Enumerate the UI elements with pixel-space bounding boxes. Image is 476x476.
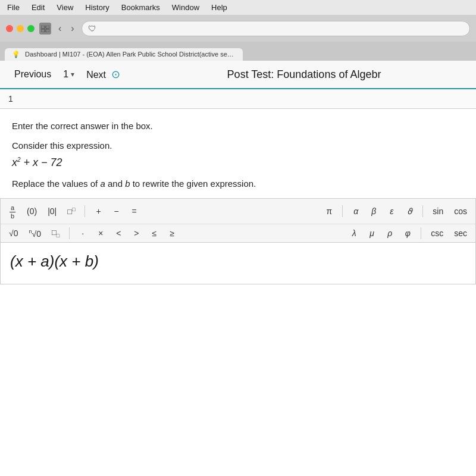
minimize-button[interactable] — [17, 25, 24, 32]
browser-chrome: ‹ › 🛡 — [0, 15, 476, 42]
menu-help[interactable]: Help — [211, 3, 227, 12]
question-number-selector[interactable]: 1 ▾ — [58, 67, 79, 82]
math-toolbar-row-2: √0 n√0 □□ · × < > ≤ ≥ λ μ ρ φ csc sec — [1, 224, 475, 242]
question-number-label: 1 — [8, 94, 13, 104]
address-bar[interactable]: 🛡 — [82, 21, 470, 36]
times-button[interactable]: × — [93, 227, 108, 239]
shield-icon: 🛡 — [88, 24, 96, 33]
absolute-value-button[interactable]: |0| — [44, 205, 60, 217]
toolbar-divider-2 — [342, 205, 343, 217]
menu-file[interactable]: File — [7, 3, 20, 12]
math-toolbar-row-1: a b (0) |0| □□ + − = π α β ε ϑ sin cos — [1, 199, 475, 224]
subscript-button[interactable]: □□ — [48, 227, 63, 240]
menu-edit[interactable]: Edit — [32, 3, 45, 12]
nth-root-button[interactable]: n√0 — [25, 227, 45, 240]
tab-bar: 💡 Dashboard | MI107 - (EOA) Allen Park P… — [0, 42, 476, 61]
next-arrow-icon: ⊙ — [108, 68, 120, 80]
less-equal-button[interactable]: ≤ — [147, 227, 161, 239]
beta-button[interactable]: β — [367, 205, 381, 217]
svg-rect-2 — [41, 29, 45, 32]
parentheses-button[interactable]: (0) — [23, 205, 40, 217]
minus-button[interactable]: − — [109, 205, 123, 217]
maximize-button[interactable] — [27, 25, 35, 32]
plus-button[interactable]: + — [91, 205, 105, 217]
menu-view[interactable]: View — [57, 3, 73, 12]
lambda-button[interactable]: λ — [347, 227, 361, 239]
equals-button[interactable]: = — [127, 205, 141, 217]
csc-button[interactable]: csc — [427, 227, 447, 239]
epsilon-button[interactable]: ε — [384, 205, 399, 217]
vartheta-button[interactable]: ϑ — [402, 205, 416, 217]
instruction-text: Enter the correct answer in the box. — [12, 121, 464, 131]
browser-tab[interactable]: 💡 Dashboard | MI107 - (EOA) Allen Park P… — [5, 48, 243, 61]
mu-button[interactable]: μ — [365, 227, 379, 239]
less-than-button[interactable]: < — [111, 227, 126, 239]
previous-button[interactable]: Previous — [7, 64, 58, 84]
toolbar-divider-3 — [422, 205, 423, 217]
fraction-button[interactable]: a b — [5, 201, 20, 221]
toolbar-divider-4 — [69, 227, 70, 239]
phi-button[interactable]: φ — [400, 227, 415, 239]
toolbar-divider-5 — [421, 227, 421, 239]
current-question-num: 1 — [63, 69, 68, 80]
dot-button[interactable]: · — [76, 227, 90, 239]
menu-window[interactable]: Window — [172, 3, 199, 12]
close-button[interactable] — [6, 25, 13, 32]
svg-rect-1 — [46, 26, 49, 29]
menu-bar: File Edit View History Bookmarks Window … — [0, 0, 476, 15]
svg-rect-0 — [41, 26, 45, 29]
pi-button[interactable]: π — [322, 205, 336, 217]
sec-button[interactable]: sec — [450, 227, 471, 239]
sin-button[interactable]: sin — [429, 205, 447, 217]
menu-history[interactable]: History — [85, 3, 109, 12]
chevron-down-icon: ▾ — [71, 70, 74, 79]
menu-bookmarks[interactable]: Bookmarks — [121, 3, 160, 12]
greater-equal-button[interactable]: ≥ — [165, 227, 179, 239]
superscript-button[interactable]: □□ — [64, 205, 79, 217]
question-number-box: 1 — [0, 89, 476, 109]
next-button[interactable]: Next ⊙ — [79, 63, 127, 86]
tab-icon: 💡 — [12, 51, 20, 58]
back-button[interactable]: ‹ — [56, 22, 64, 35]
alpha-button[interactable]: α — [349, 205, 363, 217]
question-body: Enter the correct answer in the box. Con… — [0, 109, 476, 189]
traffic-lights — [6, 25, 35, 32]
cos-button[interactable]: cos — [450, 205, 471, 217]
nav-toolbar: Previous 1 ▾ Next ⊙ Post Test: Foundatio… — [0, 61, 476, 89]
math-toolbar: a b (0) |0| □□ + − = π α β ε ϑ sin cos — [0, 198, 476, 243]
rho-button[interactable]: ρ — [383, 227, 397, 239]
toolbar-divider — [84, 205, 85, 217]
main-content: 1 Enter the correct answer in the box. C… — [0, 89, 476, 284]
forward-button[interactable]: › — [68, 22, 76, 35]
test-title: Post Test: Foundations of Algebr — [127, 68, 469, 81]
sqrt-button[interactable]: √0 — [5, 227, 21, 239]
math-expression: x2 + x − 72 — [12, 156, 464, 169]
answer-expression: (x + a)(x + b) — [10, 252, 99, 270]
tab-title: Dashboard | MI107 - (EOA) Allen Park Pub… — [25, 51, 243, 58]
answer-box[interactable]: (x + a)(x + b) — [0, 243, 476, 284]
tab-switcher-icon[interactable] — [39, 23, 51, 35]
replace-instruction: Replace the values of a and b to rewrite… — [12, 178, 464, 189]
greater-than-button[interactable]: > — [129, 227, 143, 239]
consider-text: Consider this expression. — [12, 140, 464, 151]
svg-rect-3 — [46, 29, 49, 32]
